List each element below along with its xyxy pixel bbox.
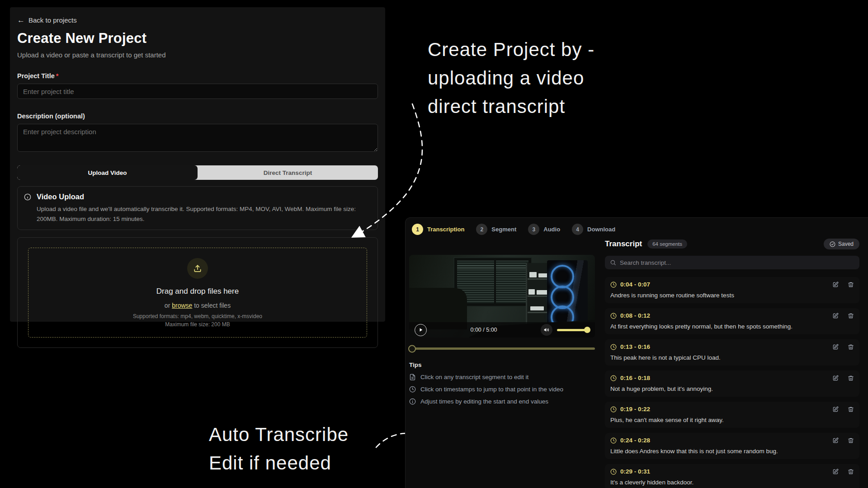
project-title-label: Project Title* <box>17 72 378 80</box>
page-subtitle: Upload a video or paste a transcript to … <box>17 51 378 59</box>
clock-icon <box>610 469 617 475</box>
segment-text: Not a huge problem, but it's annoying. <box>610 385 854 392</box>
clock-icon <box>610 406 617 413</box>
dropzone-formats: Supported formats: mp4, webm, quicktime,… <box>133 313 262 319</box>
video-upload-title: Video Upload <box>37 192 371 201</box>
transcript-segment[interactable]: 0:04 - 0:07 Andres is running some routi… <box>605 277 859 303</box>
step-segment[interactable]: 2 Segment <box>476 224 516 235</box>
segment-text: Plus, he can't make sense of it right aw… <box>610 417 854 423</box>
transcript-search <box>605 256 859 269</box>
tip-jump-timestamp: Click on timestamps to jump to that poin… <box>409 386 595 393</box>
edit-segment-button[interactable] <box>832 344 839 350</box>
required-asterisk: * <box>56 72 59 80</box>
upload-icon <box>187 258 208 279</box>
clock-icon <box>610 437 617 444</box>
dropzone-browse-line: or browse to select files <box>165 302 231 309</box>
project-title-input[interactable] <box>17 84 378 99</box>
segment-text: This peak here is not a typical CPU load… <box>610 354 854 361</box>
annotation-auto-transcribe: Auto Transcribe Edit if needed <box>209 420 349 477</box>
delete-segment-button[interactable] <box>848 437 854 444</box>
segment-timestamp[interactable]: 0:24 - 0:28 <box>620 437 650 444</box>
volume-knob[interactable] <box>584 327 590 333</box>
saved-status-badge: Saved <box>824 239 859 249</box>
delete-segment-button[interactable] <box>848 469 854 475</box>
transcript-segment[interactable]: 0:16 - 0:18 Not a huge problem, but it's… <box>605 371 859 397</box>
edit-segment-button[interactable] <box>832 313 839 319</box>
edit-segment-button[interactable] <box>832 437 839 444</box>
time-display: 0:00 / 5:00 <box>427 327 541 333</box>
file-dropzone[interactable]: Drag and drop files here or browse to se… <box>28 248 367 338</box>
page-title: Create New Project <box>17 30 378 47</box>
segment-timestamp[interactable]: 0:29 - 0:31 <box>620 468 650 475</box>
transcript-segment[interactable]: 0:29 - 0:31 It's a cleverly hidden backd… <box>605 464 859 488</box>
segment-text: Andres is running some routine software … <box>610 292 854 299</box>
back-arrow-icon: ← <box>17 16 25 24</box>
clock-icon <box>610 313 617 319</box>
segment-timestamp[interactable]: 0:04 - 0:07 <box>620 281 650 288</box>
browse-link[interactable]: browse <box>172 302 192 309</box>
segment-timestamp[interactable]: 0:16 - 0:18 <box>620 375 650 381</box>
edit-segment-button[interactable] <box>832 282 839 288</box>
delete-segment-button[interactable] <box>848 344 854 350</box>
tip-edit-segment: Click on any transcript segment to edit … <box>409 374 595 380</box>
video-player-column: 0:00 / 5:00 Tips <box>409 255 595 405</box>
document-icon <box>409 374 416 380</box>
input-mode-tabs: Upload Video Direct Transcript <box>17 165 378 180</box>
segment-list: 0:04 - 0:07 Andres is running some routi… <box>605 277 859 488</box>
tab-upload-video[interactable]: Upload Video <box>17 165 198 180</box>
video-upload-info: Video Upload Upload a video file and we'… <box>17 186 378 230</box>
video-controls: 0:00 / 5:00 <box>409 322 595 338</box>
video-pc-tower <box>547 260 588 328</box>
tab-direct-transcript[interactable]: Direct Transcript <box>198 165 378 180</box>
dropzone-max-size: Maximum file size: 200 MB <box>165 321 230 328</box>
transcript-segment[interactable]: 0:19 - 0:22 Plus, he can't make sense of… <box>605 402 859 428</box>
segment-text: At first everything looks pretty normal,… <box>610 323 854 330</box>
search-input[interactable] <box>620 259 854 266</box>
description-label: Description (optional) <box>17 113 378 120</box>
transcript-segment[interactable]: 0:13 - 0:16 This peak here is not a typi… <box>605 339 859 366</box>
clock-icon <box>610 344 617 350</box>
workflow-steps: 1 Transcription 2 Segment 3 Audio 4 Down… <box>412 224 615 235</box>
search-icon <box>610 259 616 266</box>
video-upload-description: Upload a video file and we'll automatica… <box>37 204 371 224</box>
delete-segment-button[interactable] <box>848 282 854 288</box>
delete-segment-button[interactable] <box>848 406 854 413</box>
segments-count-badge: 64 segments <box>647 239 687 249</box>
transcript-segment[interactable]: 0:08 - 0:12 At first everything looks pr… <box>605 308 859 334</box>
transcription-workspace-panel: 1 Transcription 2 Segment 3 Audio 4 Down… <box>405 217 868 488</box>
check-circle-icon <box>830 241 835 247</box>
step-transcription[interactable]: 1 Transcription <box>412 224 464 235</box>
video-player[interactable]: 0:00 / 5:00 <box>409 255 595 338</box>
info-icon <box>409 398 416 405</box>
transcript-segment[interactable]: 0:24 - 0:28 Little does Andres know that… <box>605 433 859 459</box>
clock-icon <box>610 282 617 288</box>
play-button[interactable] <box>415 324 427 336</box>
dropzone-heading: Drag and drop files here <box>156 287 239 296</box>
create-project-panel: ← Back to projects Create New Project Up… <box>10 7 385 322</box>
annotation-create-project: Create Project by - uploading a video di… <box>428 35 594 121</box>
back-label: Back to projects <box>28 16 77 24</box>
back-to-projects-link[interactable]: ← Back to projects <box>17 16 378 24</box>
segment-text: It's a cleverly hidden backdoor. <box>610 479 854 486</box>
seek-knob[interactable] <box>408 345 416 352</box>
tip-adjust-times: Adjust times by editing the start and en… <box>409 398 595 405</box>
edit-segment-button[interactable] <box>832 375 839 381</box>
tips-title: Tips <box>409 361 595 368</box>
volume-icon[interactable] <box>541 324 552 336</box>
edit-segment-button[interactable] <box>832 406 839 413</box>
edit-segment-button[interactable] <box>832 469 839 475</box>
transcript-column: Transcript 64 segments Saved 0:04 - 0:07 <box>605 239 859 488</box>
segment-timestamp[interactable]: 0:08 - 0:12 <box>620 312 650 319</box>
description-textarea[interactable] <box>17 124 378 152</box>
info-icon <box>24 192 31 224</box>
delete-segment-button[interactable] <box>848 313 854 319</box>
delete-segment-button[interactable] <box>848 375 854 381</box>
segment-timestamp[interactable]: 0:19 - 0:22 <box>620 406 650 413</box>
clock-icon <box>610 375 617 381</box>
volume-slider[interactable] <box>557 329 590 331</box>
segment-timestamp[interactable]: 0:13 - 0:16 <box>620 343 650 350</box>
seek-slider[interactable] <box>409 347 595 350</box>
step-audio[interactable]: 3 Audio <box>528 224 560 235</box>
transcript-title: Transcript <box>605 239 642 249</box>
step-download[interactable]: 4 Download <box>572 224 615 235</box>
